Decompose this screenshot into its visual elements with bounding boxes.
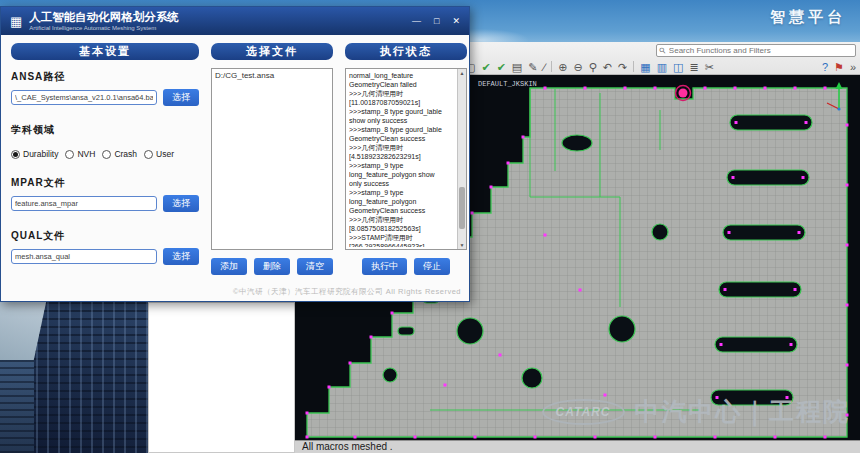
qual-file-input[interactable] (11, 249, 157, 264)
add-file-button[interactable]: 添加 (211, 258, 247, 275)
dialog-subtitle: Artificial Intelligence Automatic Meshin… (29, 24, 179, 32)
domain-option-label: Durability (23, 149, 58, 159)
status-log-text: normal_long_feature GeometryClean failed… (349, 71, 454, 247)
screen: 智慧平台 ⚲ ▢ ✔ ✔ ▤ ✎ ∕ ⊕ ⊖ ⚲ ↶ ↷ ▦ (0, 0, 860, 453)
layers-icon[interactable]: ≣ (689, 60, 698, 74)
file-select-section: 选择文件 D:/CG_test.ansa 添加 删除 清空 (211, 43, 333, 275)
grid-icon[interactable]: ▦ (640, 60, 650, 74)
window-controls: — □ ✕ (412, 16, 460, 26)
log-scrollbar[interactable]: ▲ ▼ (457, 69, 466, 249)
flag-icon[interactable]: ⚑ (834, 60, 844, 74)
scissors-icon[interactable]: ✂ (705, 60, 714, 74)
domain-option-label: User (156, 149, 174, 159)
dialog-titlebar[interactable]: ▦ 人工智能自动化网格划分系统 Artificial Intelligence … (1, 7, 469, 35)
copyright-footer: ©中汽研（天津）汽车工程研究院有限公司 All Rights Reserved (233, 287, 461, 297)
domain-option-crash[interactable]: Crash (102, 149, 137, 159)
list-icon[interactable]: ▤ (512, 60, 522, 74)
search-input[interactable] (669, 45, 852, 56)
pencil-icon[interactable]: ✎ (528, 60, 537, 74)
toolbar-divider (551, 61, 552, 72)
domain-option-nvh[interactable]: NVH (65, 149, 95, 159)
domain-radio-1[interactable] (65, 150, 74, 159)
domain-option-durability[interactable]: Durability (11, 149, 58, 159)
status-buttons-row: 执行中 停止 (345, 258, 467, 275)
qual-file-row: 选择 (11, 248, 199, 265)
domain-radio-0[interactable] (11, 150, 20, 159)
panels-icon[interactable]: ◫ (673, 60, 683, 74)
mesh-check-alt-icon[interactable]: ✔ (497, 60, 506, 74)
file-select-header: 选择文件 (211, 43, 333, 60)
dialog-body: 基本设置 ANSA路径 选择 学科领域 Durability NVH (1, 35, 469, 301)
building-tower-secondary (0, 360, 34, 453)
file-list-item[interactable]: D:/CG_test.ansa (215, 71, 329, 81)
stop-button[interactable]: 停止 (414, 258, 450, 275)
file-list[interactable]: D:/CG_test.ansa (211, 68, 333, 250)
meshing-dialog: ▦ 人工智能自动化网格划分系统 Artificial Intelligence … (0, 6, 470, 302)
domain-option-label: Crash (114, 149, 137, 159)
more-icon[interactable]: » (850, 60, 856, 74)
mesh-check-icon[interactable]: ✔ (481, 60, 490, 74)
undo-icon[interactable]: ↶ (603, 60, 612, 74)
toolbar-icons-row: ▢ ✔ ✔ ▤ ✎ ∕ ⊕ ⊖ ⚲ ↶ ↷ ▦ ▥ ◫ ≣ ✂ ? ⚑ (465, 59, 856, 74)
qual-file-label: QUAL文件 (11, 229, 199, 243)
table-icon[interactable]: ▥ (657, 60, 667, 74)
zoom-in-icon[interactable]: ⊕ (558, 60, 567, 74)
scroll-down-icon[interactable]: ▼ (458, 241, 466, 249)
maximize-button[interactable]: □ (434, 16, 439, 26)
redo-icon[interactable]: ↷ (618, 60, 627, 74)
ansa-status-bar: All macros meshed . (295, 440, 860, 453)
file-buttons-row: 添加 删除 清空 (211, 258, 333, 275)
running-button[interactable]: 执行中 (362, 258, 407, 275)
toolbar-divider (633, 61, 634, 72)
mpar-file-row: 选择 (11, 195, 199, 212)
dialog-title: 人工智能自动化网格划分系统 (29, 11, 179, 24)
execution-status-header: 执行状态 (345, 43, 467, 60)
mpar-browse-button[interactable]: 选择 (163, 195, 199, 212)
domain-option-user[interactable]: User (144, 149, 174, 159)
catarc-logo: CATARC (542, 399, 625, 425)
mpar-file-input[interactable] (11, 196, 157, 211)
minimize-button[interactable]: — (412, 16, 421, 26)
status-log[interactable]: normal_long_feature GeometryClean failed… (345, 68, 467, 250)
ansa-path-row: 选择 (11, 89, 199, 106)
blank-panel (148, 302, 295, 453)
part-label: DEFAULT_JKSKIN (478, 80, 537, 88)
domain-radio-3[interactable] (144, 150, 153, 159)
scroll-up-icon[interactable]: ▲ (458, 69, 466, 77)
watermark: CATARC 中汽中心｜工程院 (542, 395, 850, 428)
ansa-path-input[interactable] (11, 90, 157, 105)
app-logo-icon: ▦ (10, 15, 22, 28)
platform-title: 智慧平台 (770, 8, 846, 27)
clear-files-button[interactable]: 清空 (297, 258, 333, 275)
domain-radio-2[interactable] (102, 150, 111, 159)
desktop-photo (0, 302, 148, 453)
qual-browse-button[interactable]: 选择 (163, 248, 199, 265)
zoom-out-icon[interactable]: ⊖ (574, 60, 583, 74)
basic-settings-header: 基本设置 (11, 43, 199, 60)
domain-radio-group: Durability NVH Crash User (11, 149, 199, 159)
close-button[interactable]: ✕ (452, 16, 460, 26)
ansa-path-label: ANSA路径 (11, 70, 199, 84)
delete-file-button[interactable]: 删除 (254, 258, 290, 275)
search-icon: ⚲ (658, 46, 668, 56)
domain-label: 学科领域 (11, 123, 199, 137)
dialog-title-block: 人工智能自动化网格划分系统 Artificial Intelligence Au… (29, 11, 179, 32)
execution-status-section: 执行状态 normal_long_feature GeometryClean f… (345, 43, 467, 275)
function-search[interactable]: ⚲ (656, 44, 856, 57)
scroll-thumb[interactable] (459, 187, 465, 229)
magnifier-icon[interactable]: ⚲ (589, 60, 597, 74)
domain-option-label: NVH (77, 149, 95, 159)
basic-settings-section: 基本设置 ANSA路径 选择 学科领域 Durability NVH (11, 43, 199, 265)
help-icon[interactable]: ? (822, 60, 828, 74)
building-tower (14, 302, 148, 453)
watermark-text: 中汽中心｜工程院 (635, 395, 851, 428)
ansa-path-browse-button[interactable]: 选择 (163, 89, 199, 106)
measure-icon[interactable]: ∕ (543, 60, 545, 74)
mpar-file-label: MPAR文件 (11, 176, 199, 190)
